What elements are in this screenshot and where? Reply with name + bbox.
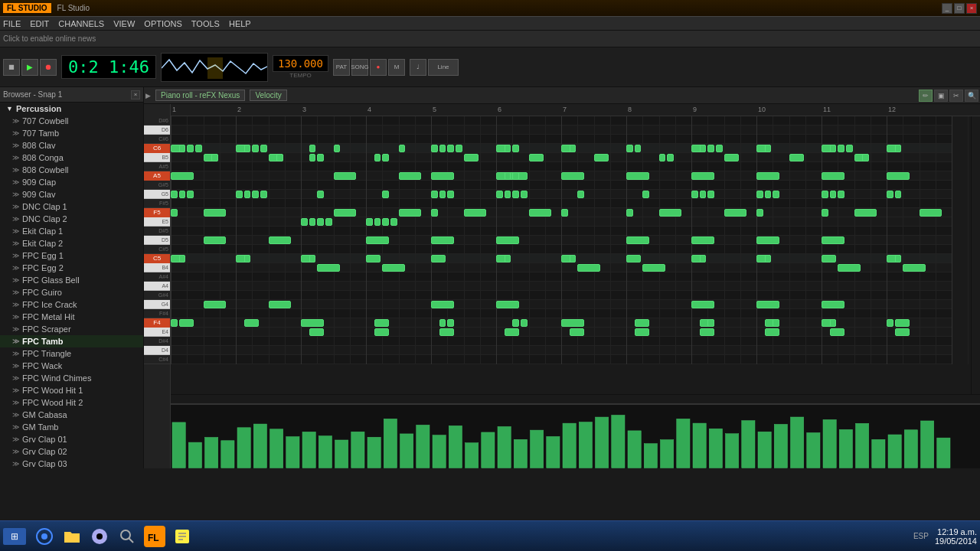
velocity-bar[interactable]: [286, 437, 299, 468]
sidebar-item[interactable]: ≫Ekit Clap 1: [0, 225, 143, 237]
menu-channels[interactable]: CHANNELS: [58, 19, 104, 28]
note-block[interactable]: [366, 218, 373, 226]
sidebar-item[interactable]: ≫909 Clap: [0, 176, 143, 188]
velocity-bar[interactable]: [416, 425, 430, 468]
note-block[interactable]: [724, 209, 747, 217]
piano-key[interactable]: F#4: [144, 309, 170, 318]
taskbar-notes[interactable]: [170, 524, 194, 549]
note-block[interactable]: [789, 154, 804, 161]
note-block[interactable]: [570, 328, 584, 336]
maximize-button[interactable]: □: [954, 3, 965, 14]
velocity-bar[interactable]: [172, 422, 185, 468]
note-block[interactable]: [707, 319, 714, 327]
note-block[interactable]: [439, 191, 446, 198]
note-block[interactable]: [439, 145, 446, 152]
note-block[interactable]: [691, 301, 714, 308]
punch-button[interactable]: ●: [370, 59, 387, 76]
note-block[interactable]: [179, 255, 186, 262]
note-block[interactable]: [505, 172, 511, 180]
note-block[interactable]: [260, 191, 267, 198]
minimize-button[interactable]: _: [942, 3, 952, 14]
note-block[interactable]: [822, 301, 844, 308]
note-block[interactable]: [691, 172, 714, 180]
note-block[interactable]: [512, 145, 519, 152]
note-block[interactable]: [204, 209, 227, 217]
zoom-tool[interactable]: 🔍: [965, 90, 978, 102]
sidebar-close[interactable]: ×: [131, 90, 140, 99]
velocity-bar[interactable]: [644, 444, 657, 468]
note-block[interactable]: [431, 236, 454, 244]
note-block[interactable]: [447, 191, 454, 198]
piano-key[interactable]: C6: [144, 144, 170, 153]
velocity-bar[interactable]: [237, 428, 250, 468]
piano-key[interactable]: D6: [144, 126, 170, 135]
piano-key[interactable]: D#6: [144, 116, 170, 126]
note-block[interactable]: [244, 145, 251, 152]
note-block[interactable]: [496, 301, 519, 308]
velocity-bar[interactable]: [384, 419, 397, 468]
note-block[interactable]: [309, 328, 324, 336]
note-block[interactable]: [252, 145, 259, 152]
note-block[interactable]: [659, 154, 666, 161]
note-block[interactable]: [187, 191, 194, 198]
note-block[interactable]: [756, 236, 779, 244]
note-block[interactable]: [301, 319, 324, 327]
note-block[interactable]: [317, 264, 340, 272]
note-block[interactable]: [456, 145, 462, 152]
note-block[interactable]: [700, 328, 714, 336]
sidebar-item[interactable]: ≫FPC Ice Crack: [0, 298, 143, 311]
taskbar-flstudio[interactable]: FL: [142, 524, 167, 549]
note-block[interactable]: [570, 145, 577, 152]
taskbar-media[interactable]: [87, 524, 112, 549]
piano-key[interactable]: A#4: [144, 272, 170, 282]
velocity-bar[interactable]: [661, 440, 674, 468]
velocity-bar[interactable]: [188, 442, 201, 468]
piano-key[interactable]: A#5: [144, 162, 170, 171]
menu-view[interactable]: VIEW: [113, 19, 135, 28]
note-block[interactable]: [334, 145, 341, 152]
note-block[interactable]: [822, 209, 828, 217]
note-block[interactable]: [667, 154, 674, 161]
sidebar-item[interactable]: ≫GM Tamb: [0, 421, 143, 433]
velocity-bar[interactable]: [482, 432, 495, 468]
sidebar-item[interactable]: ≫FPC Scraper: [0, 323, 143, 335]
note-block[interactable]: [887, 191, 893, 198]
piano-key[interactable]: F#5: [144, 199, 170, 208]
grid-container[interactable]: [171, 116, 971, 394]
note-block[interactable]: [626, 145, 633, 152]
velocity-bar[interactable]: [302, 432, 315, 468]
velocity-bar[interactable]: [791, 417, 804, 468]
note-block[interactable]: [822, 236, 844, 244]
menu-help[interactable]: HELP: [229, 19, 251, 28]
note-block[interactable]: [252, 191, 259, 198]
cut-tool[interactable]: ✂: [949, 90, 963, 102]
note-block[interactable]: [496, 236, 519, 244]
velocity-bar[interactable]: [709, 429, 722, 468]
note-block[interactable]: [577, 264, 600, 272]
sidebar-item[interactable]: ≫FPC Wood Hit 1: [0, 384, 143, 396]
note-block[interactable]: [716, 145, 723, 152]
loop-button[interactable]: PAT: [333, 59, 350, 76]
note-block[interactable]: [707, 145, 714, 152]
record-button[interactable]: ⏺: [40, 59, 57, 76]
piano-key[interactable]: G5: [144, 190, 170, 199]
note-block[interactable]: [505, 191, 511, 198]
sidebar-item[interactable]: ≫808 Cowbell: [0, 164, 143, 176]
note-block[interactable]: [276, 154, 283, 161]
velocity-bar[interactable]: [433, 435, 446, 468]
note-block[interactable]: [854, 209, 877, 217]
note-block[interactable]: [431, 145, 438, 152]
note-block[interactable]: [773, 319, 779, 327]
note-block[interactable]: [822, 172, 844, 180]
note-block[interactable]: [700, 191, 707, 198]
note-block[interactable]: [756, 172, 779, 180]
note-block[interactable]: [204, 301, 227, 308]
note-block[interactable]: [846, 145, 853, 152]
velocity-bar[interactable]: [335, 440, 348, 468]
note-block[interactable]: [204, 236, 227, 244]
note-block[interactable]: [399, 209, 422, 217]
taskbar-search[interactable]: [115, 524, 139, 549]
sidebar-item[interactable]: ≫Ekit Clap 2: [0, 237, 143, 249]
note-block[interactable]: [496, 172, 528, 180]
sidebar-item[interactable]: ≫FPC Metal Hit: [0, 311, 143, 323]
